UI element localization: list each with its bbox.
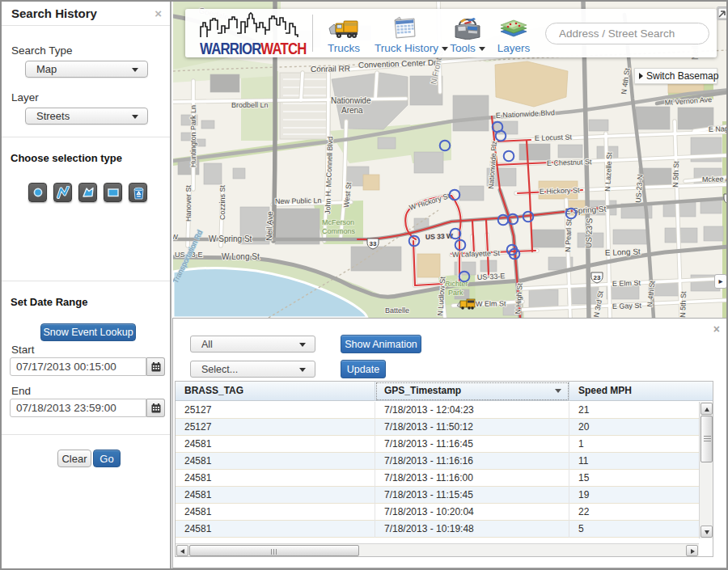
app-window: 3323 Goedale Neil ConConrail RRConventio… — [0, 0, 728, 570]
rectangle-icon — [107, 186, 120, 199]
scroll-left-button[interactable] — [176, 545, 188, 556]
street-label: N 5th St — [679, 291, 688, 318]
nav-trucks-label: Trucks — [314, 42, 374, 54]
end-date-input[interactable] — [10, 399, 146, 417]
table-row[interactable]: 251277/18/2013 - 11:50:1220 — [176, 419, 699, 436]
street-label: E Nagh — [709, 125, 728, 133]
street-label: Conrail RR — [311, 64, 350, 74]
point-select-button[interactable] — [28, 183, 47, 202]
brand-name: WARRIORWATCH — [200, 39, 307, 58]
table-cell: 7/18/2013 - 10:19:48 — [375, 521, 569, 538]
start-label: Start — [11, 344, 35, 356]
street-label: Hanover St — [184, 184, 193, 222]
scroll-right-button[interactable] — [686, 545, 698, 556]
grid-body: 251277/18/2013 - 12:04:2321251277/18/201… — [176, 402, 699, 538]
table-row[interactable]: 245817/18/2013 - 10:20:0422 — [176, 504, 699, 521]
table-cell: 22 — [569, 504, 699, 521]
street-label: W Elm St — [476, 299, 506, 308]
street-label: E Chestnut St — [547, 158, 592, 167]
street-label: New Public Ln — [275, 196, 322, 205]
search-type-dropdown[interactable]: Map — [25, 61, 148, 78]
table-cell: 24581 — [176, 521, 375, 538]
triangle-right-icon — [639, 73, 643, 79]
start-date-input[interactable] — [10, 357, 146, 376]
horizontal-scroll-thumb[interactable] — [189, 545, 359, 556]
header-toolbar: WARRIORWATCH — [185, 9, 717, 57]
street-label: US-33-E — [477, 272, 506, 281]
rectangle-select-button[interactable] — [104, 183, 122, 202]
table-cell: 19 — [569, 487, 699, 504]
table-row[interactable]: 245817/18/2013 - 10:19:485 — [176, 521, 699, 538]
table-row[interactable]: 245817/18/2013 - 11:16:0015 — [176, 470, 699, 487]
vertical-scrollbar[interactable] — [699, 402, 713, 538]
vertical-scroll-thumb[interactable] — [700, 416, 713, 462]
column-header-gps-timestamp[interactable]: GPS_Timestamp — [375, 382, 569, 401]
close-icon[interactable]: × — [713, 323, 720, 336]
close-icon[interactable]: × — [154, 9, 162, 19]
end-calendar-button[interactable] — [146, 399, 165, 417]
end-label: End — [11, 385, 31, 397]
search-type-label: Search Type — [11, 44, 73, 57]
street-label: W Spring St — [209, 234, 252, 243]
sort-desc-icon — [555, 389, 561, 393]
truck-filter-value: All — [201, 339, 213, 350]
search-history-panel: Search History × Search Type Map Layer S… — [2, 2, 171, 568]
divider — [2, 281, 170, 281]
panel-expander-button[interactable]: ▸ — [714, 274, 727, 289]
event-select-dropdown[interactable]: Select... — [190, 361, 315, 378]
table-cell: 7/18/2013 - 10:20:04 — [375, 504, 569, 521]
table-cell: 7/18/2013 - 11:15:45 — [375, 487, 569, 504]
clear-button[interactable]: Clear — [57, 450, 91, 467]
expand-icon[interactable] — [717, 6, 728, 20]
address-search-input[interactable] — [545, 23, 709, 44]
chevron-down-icon — [132, 115, 138, 119]
nav-trucks[interactable]: Trucks — [314, 15, 374, 54]
panel-title: Search History — [11, 6, 97, 20]
scroll-up-button[interactable] — [700, 403, 713, 415]
street-label: US 23 S — [584, 217, 594, 248]
truck-filter-dropdown[interactable]: All — [190, 336, 315, 353]
nav-truck-history[interactable]: Truck History — [375, 15, 434, 54]
table-row[interactable]: 245817/18/2013 - 11:16:451 — [176, 436, 699, 453]
calendar-glyph-icon — [151, 403, 161, 413]
table-cell: 20 — [569, 419, 699, 436]
street-label: Park — [448, 289, 463, 297]
switch-basemap-button[interactable]: Switch Basemap — [634, 68, 717, 84]
show-animation-button[interactable]: Show Animation — [341, 335, 421, 353]
table-cell: 5 — [569, 521, 699, 538]
column-header-brass-tag[interactable]: BRASS_TAG — [176, 382, 375, 401]
grid-header-row: BRASS_TAG GPS_Timestamp Speed MPH — [176, 382, 713, 401]
nav-truck-history-label: Truck History — [375, 42, 434, 54]
scroll-down-button[interactable] — [700, 526, 713, 538]
horizontal-scrollbar[interactable] — [176, 543, 699, 556]
toolbar-divider — [312, 15, 313, 52]
calendar-icon — [375, 15, 434, 40]
clear-selection-button[interactable] — [129, 183, 147, 202]
table-row[interactable]: 245817/18/2013 - 11:16:1611 — [176, 453, 699, 470]
line-select-button[interactable] — [53, 183, 72, 202]
polygon-icon — [82, 186, 95, 199]
column-header-speed-mph[interactable]: Speed MPH — [569, 382, 713, 401]
warriorwatch-logo[interactable]: WARRIORWATCH — [199, 12, 320, 56]
table-row[interactable]: 245817/18/2013 - 11:15:4519 — [176, 487, 699, 504]
nav-layers[interactable]: Layers — [484, 15, 544, 54]
table-cell: 24581 — [176, 436, 375, 453]
snow-event-lookup-button[interactable]: Snow Event Lookup — [40, 323, 136, 341]
table-cell: 24581 — [176, 487, 375, 504]
start-calendar-button[interactable] — [146, 357, 165, 376]
layer-dropdown[interactable]: Streets — [25, 108, 148, 125]
end-date-group — [10, 399, 165, 417]
table-cell: 24581 — [176, 504, 375, 521]
start-date-group — [10, 357, 165, 376]
go-button[interactable]: Go — [93, 450, 121, 467]
date-range-heading: Set Date Range — [11, 296, 87, 308]
polygon-select-button[interactable] — [78, 183, 97, 202]
update-button[interactable]: Update — [341, 360, 386, 378]
truck-icon — [314, 15, 374, 40]
street-label: McFerson — [322, 218, 354, 226]
street-label: Battelle — [385, 306, 409, 315]
street-label: Commons — [322, 227, 356, 235]
chevron-down-icon — [299, 343, 306, 347]
chevron-down-icon — [132, 68, 138, 72]
table-row[interactable]: 251277/18/2013 - 12:04:2321 — [176, 402, 699, 419]
